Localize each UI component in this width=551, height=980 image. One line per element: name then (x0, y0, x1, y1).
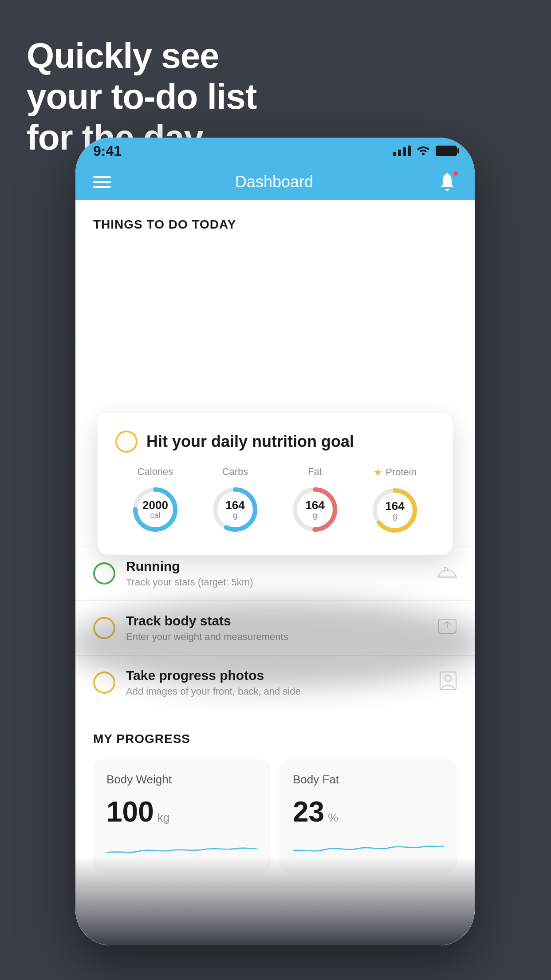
calories-item: Calories 2000 cal (129, 466, 182, 536)
calories-donut: 2000 cal (129, 483, 182, 536)
protein-donut: 164 g (368, 484, 421, 537)
headline-line1: Quickly see (27, 36, 219, 75)
fat-value: 164 (305, 499, 324, 511)
fat-label: Fat (308, 466, 322, 478)
headline-line2: your to-do list (27, 77, 256, 116)
battery-icon (436, 146, 457, 156)
body-fat-label: Body Fat (293, 773, 444, 786)
protein-label: ★ Protein (373, 466, 417, 478)
nutrition-card-title: Hit your daily nutrition goal (146, 432, 354, 451)
calories-value: 2000 (142, 499, 168, 511)
body-weight-label: Body Weight (106, 773, 257, 786)
portrait-icon (439, 671, 457, 695)
running-shoe-icon (437, 564, 457, 584)
fat-item: Fat 164 g (288, 466, 342, 536)
running-title: Running (126, 559, 427, 574)
calories-label: Calories (138, 466, 173, 478)
body-fat-value-row: 23 % (293, 795, 444, 828)
dashboard-title: Dashboard (235, 173, 313, 191)
phone-frame: 9:41 Dashboard (75, 138, 475, 945)
protein-unit: g (385, 512, 404, 521)
body-weight-unit: kg (157, 811, 169, 825)
carbs-unit: g (225, 511, 244, 520)
carbs-value: 164 (225, 499, 244, 511)
notification-dot (453, 170, 459, 177)
fat-donut: 164 g (288, 483, 342, 536)
photos-checkbox[interactable] (93, 672, 115, 694)
carbs-label: Carbs (222, 466, 248, 478)
nutrition-circles: Calories 2000 cal Carbs (115, 466, 435, 537)
status-icons (393, 144, 457, 158)
body-weight-card: Body Weight 100 kg (93, 759, 271, 873)
notification-bell-button[interactable] (437, 172, 457, 192)
todo-list: Running Track your stats (target: 5km) T… (75, 546, 475, 890)
running-checkbox[interactable] (93, 562, 115, 585)
svg-point-10 (445, 675, 451, 681)
star-icon: ★ (373, 466, 383, 478)
nutrition-checkbox[interactable] (115, 431, 138, 453)
fat-unit: g (305, 511, 324, 520)
things-today-header: THINGS TO DO TODAY (75, 200, 475, 241)
running-subtitle: Track your stats (target: 5km) (126, 577, 427, 588)
card-shadow (75, 599, 475, 688)
nutrition-card: Hit your daily nutrition goal Calories 2… (98, 413, 453, 555)
protein-value: 164 (385, 500, 404, 512)
wifi-icon (416, 144, 430, 158)
body-fat-card: Body Fat 23 % (279, 759, 457, 873)
status-time: 9:41 (93, 143, 122, 159)
body-weight-chart (106, 837, 257, 859)
running-text: Running Track your stats (target: 5km) (126, 559, 427, 588)
body-weight-value-row: 100 kg (106, 795, 257, 828)
carbs-donut: 164 g (209, 483, 262, 536)
calories-unit: cal (142, 511, 168, 520)
body-fat-value: 23 (293, 795, 324, 828)
status-bar: 9:41 (75, 138, 475, 164)
protein-item: ★ Protein 164 g (368, 466, 421, 537)
progress-cards: Body Weight 100 kg Body Fat (93, 759, 457, 873)
app-header: Dashboard (75, 164, 475, 200)
body-fat-chart (293, 837, 444, 859)
my-progress-header: MY PROGRESS (93, 732, 457, 746)
bottom-overlay (75, 857, 475, 945)
carbs-item: Carbs 164 g (209, 466, 262, 536)
signal-icon (393, 146, 411, 156)
body-fat-unit: % (328, 811, 338, 825)
body-weight-value: 100 (106, 795, 154, 828)
hamburger-menu-button[interactable] (93, 176, 111, 188)
